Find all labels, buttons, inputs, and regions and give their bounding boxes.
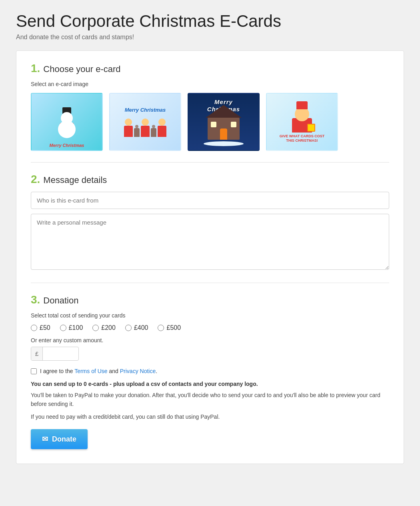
amount-50-option[interactable]: £50 bbox=[31, 324, 50, 331]
page-subtitle: And donate the cost of cards and stamps! bbox=[16, 34, 404, 41]
main-form-card: 1 Choose your e-card Select an e-card im… bbox=[16, 50, 404, 464]
amount-400-option[interactable]: £400 bbox=[125, 324, 148, 331]
info-bold: You can send up to 0 e-cards - plus uplo… bbox=[31, 381, 389, 387]
terms-row: I agree to the Terms of Use and Privacy … bbox=[31, 368, 389, 374]
amount-200-option[interactable]: £200 bbox=[92, 324, 116, 331]
snowman-body-decoration bbox=[58, 120, 76, 138]
info-text-1: You'll be taken to PayPal to make your d… bbox=[31, 391, 389, 408]
amount-500-radio[interactable] bbox=[158, 325, 164, 331]
ecard-label: Select an e-card image bbox=[31, 81, 389, 87]
amount-100-radio[interactable] bbox=[60, 325, 66, 331]
terms-of-use-link[interactable]: Terms of Use bbox=[74, 368, 107, 374]
ecard-grid: Merry Christmas Merry Christmas bbox=[31, 93, 389, 151]
terms-suffix: . bbox=[156, 368, 157, 374]
amount-100-option[interactable]: £100 bbox=[60, 324, 83, 331]
donate-button[interactable]: ✉ Donate bbox=[31, 429, 88, 449]
privacy-notice-link[interactable]: Privacy Notice bbox=[120, 368, 156, 374]
amount-500-option[interactable]: £500 bbox=[158, 324, 181, 331]
amount-50-radio[interactable] bbox=[31, 325, 37, 331]
ecard-santa-give[interactable]: GIVE WHAT CARDS COSTTHIS CHRISTMAS! bbox=[266, 93, 338, 151]
card2-text: Merry Christmas bbox=[125, 107, 166, 113]
section3-number: 3 bbox=[31, 294, 40, 305]
amount-50-label: £50 bbox=[40, 324, 50, 331]
envelope-icon: ✉ bbox=[42, 435, 48, 444]
custom-amount-label: Or enter any custom amount. bbox=[31, 337, 389, 343]
house-window-left bbox=[211, 122, 216, 127]
custom-amount-input[interactable] bbox=[43, 347, 75, 360]
terms-checkbox[interactable] bbox=[31, 368, 37, 374]
donation-label: Select total cost of sending your cards bbox=[31, 312, 389, 319]
terms-prefix: I agree to the bbox=[40, 368, 74, 374]
terms-and: and bbox=[108, 368, 120, 374]
house-door bbox=[220, 129, 227, 140]
card1-text: Merry Christmas bbox=[50, 143, 84, 148]
donation-radio-group: £50 £100 £200 £400 £500 bbox=[31, 324, 389, 331]
custom-amount-wrap: £ bbox=[31, 347, 79, 361]
house-window-right bbox=[231, 122, 236, 127]
section3-header: 3 Donation bbox=[31, 294, 389, 306]
amount-500-label: £500 bbox=[166, 324, 181, 331]
ecard-snowman[interactable]: Merry Christmas bbox=[31, 93, 103, 151]
currency-symbol: £ bbox=[31, 347, 43, 360]
section2-header: 2 Message details bbox=[31, 174, 389, 185]
section2-number: 2 bbox=[31, 174, 40, 185]
info-text-2: If you need to pay with a credit/debit c… bbox=[31, 413, 389, 422]
card4-text: GIVE WHAT CARDS COSTTHIS CHRISTMAS! bbox=[278, 134, 326, 143]
from-input[interactable] bbox=[31, 192, 389, 209]
amount-400-radio[interactable] bbox=[125, 325, 132, 331]
santas-row-decoration bbox=[124, 118, 166, 137]
donate-button-label: Donate bbox=[52, 435, 76, 444]
terms-text[interactable]: I agree to the Terms of Use and Privacy … bbox=[40, 368, 157, 374]
amount-200-label: £200 bbox=[101, 324, 116, 331]
section3-title: Donation bbox=[43, 295, 78, 306]
page-title: Send Corporate Christmas E-Cards bbox=[16, 12, 404, 30]
ecard-house[interactable]: MerryChristmas bbox=[188, 93, 260, 151]
amount-100-label: £100 bbox=[69, 324, 83, 331]
ecard-santas[interactable]: Merry Christmas bbox=[109, 93, 181, 151]
section1-number: 1 bbox=[31, 63, 40, 74]
section1-header: 1 Choose your e-card bbox=[31, 63, 389, 74]
message-textarea[interactable] bbox=[31, 214, 389, 270]
section1-title: Choose your e-card bbox=[43, 64, 120, 74]
section2-title: Message details bbox=[43, 175, 107, 185]
amount-200-radio[interactable] bbox=[92, 325, 99, 331]
snow-ground bbox=[204, 141, 244, 146]
amount-400-label: £400 bbox=[134, 324, 148, 331]
